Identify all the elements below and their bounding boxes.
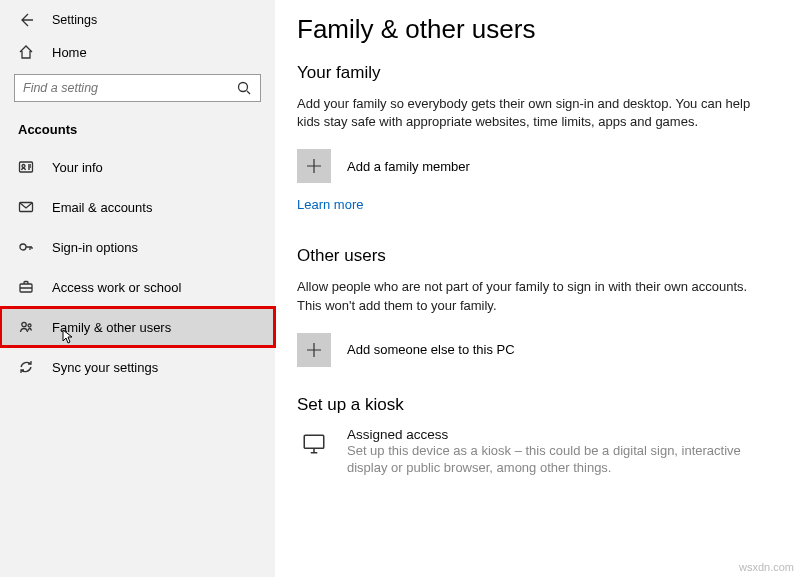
sync-icon xyxy=(18,359,34,375)
svg-point-2 xyxy=(22,165,25,168)
search-icon xyxy=(236,80,252,96)
family-heading: Your family xyxy=(297,63,770,83)
add-other-user[interactable]: Add someone else to this PC xyxy=(297,333,770,367)
learn-more-link[interactable]: Learn more xyxy=(297,197,363,212)
nav-signin-options[interactable]: Sign-in options xyxy=(0,227,275,267)
home-link[interactable]: Home xyxy=(0,36,275,68)
person-card-icon xyxy=(18,159,34,175)
nav-label: Sync your settings xyxy=(52,360,158,375)
kiosk-heading: Set up a kiosk xyxy=(297,395,770,415)
add-family-member[interactable]: Add a family member xyxy=(297,149,770,183)
family-desc: Add your family so everybody gets their … xyxy=(297,95,767,131)
svg-point-4 xyxy=(20,244,26,250)
assigned-access[interactable]: Assigned access Set up this device as a … xyxy=(297,427,770,477)
people-icon xyxy=(18,319,34,335)
nav-sync-settings[interactable]: Sync your settings xyxy=(0,347,275,387)
others-desc: Allow people who are not part of your fa… xyxy=(297,278,767,314)
plus-icon xyxy=(297,149,331,183)
section-label: Accounts xyxy=(0,104,275,147)
nav-label: Sign-in options xyxy=(52,240,138,255)
key-icon xyxy=(18,239,34,255)
app-title: Settings xyxy=(52,13,97,27)
svg-point-0 xyxy=(239,83,248,92)
add-other-label: Add someone else to this PC xyxy=(347,342,515,357)
watermark: wsxdn.com xyxy=(739,561,794,573)
home-icon xyxy=(18,44,34,60)
mail-icon xyxy=(18,199,34,215)
search-field[interactable] xyxy=(14,74,261,102)
cursor-icon xyxy=(62,329,74,345)
kiosk-text: Assigned access Set up this device as a … xyxy=(347,427,747,477)
search-input[interactable] xyxy=(23,81,236,95)
svg-point-7 xyxy=(28,324,31,327)
kiosk-desc: Set up this device as a kiosk – this cou… xyxy=(347,442,747,477)
nav-family-other-users[interactable]: Family & other users xyxy=(0,307,275,347)
others-heading: Other users xyxy=(297,246,770,266)
nav-your-info[interactable]: Your info xyxy=(0,147,275,187)
nav-label: Your info xyxy=(52,160,103,175)
svg-point-6 xyxy=(22,322,26,326)
sidebar: Settings Home Accounts Your info Email &… xyxy=(0,0,275,577)
nav-label: Email & accounts xyxy=(52,200,152,215)
main-content: Family & other users Your family Add you… xyxy=(275,0,800,577)
home-label: Home xyxy=(52,45,87,60)
nav-work-school[interactable]: Access work or school xyxy=(0,267,275,307)
page-title: Family & other users xyxy=(297,14,770,45)
svg-rect-8 xyxy=(304,435,324,448)
briefcase-icon xyxy=(18,279,34,295)
back-icon[interactable] xyxy=(18,12,34,28)
nav-email-accounts[interactable]: Email & accounts xyxy=(0,187,275,227)
header-row: Settings xyxy=(0,0,275,36)
add-family-label: Add a family member xyxy=(347,159,470,174)
kiosk-title: Assigned access xyxy=(347,427,747,442)
search-wrap xyxy=(0,68,275,104)
plus-icon xyxy=(297,333,331,367)
nav-label: Access work or school xyxy=(52,280,181,295)
monitor-icon xyxy=(297,427,331,461)
